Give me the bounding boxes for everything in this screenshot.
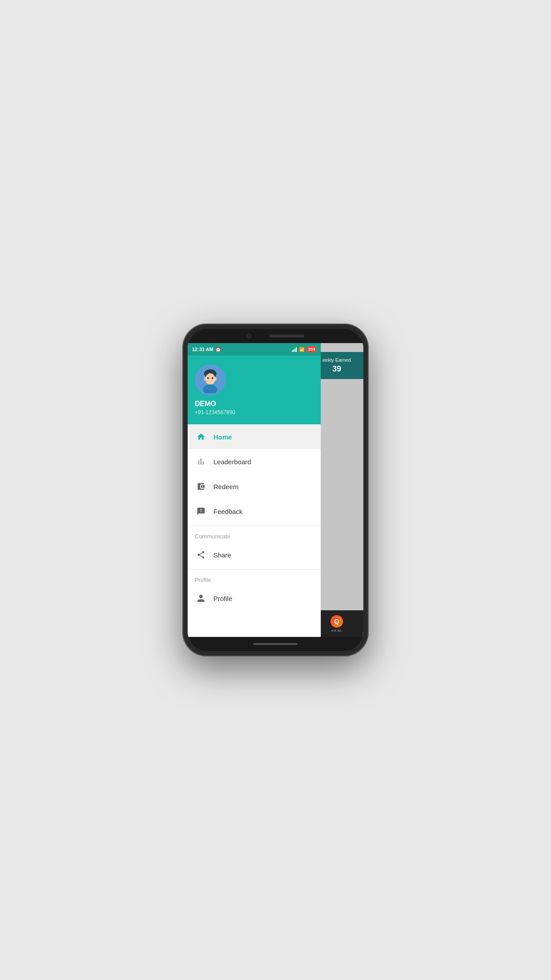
signal-bar-4 <box>296 347 297 352</box>
svg-point-5 <box>214 377 216 381</box>
signal-bar-3 <box>295 348 295 352</box>
avatar-svg <box>197 367 224 393</box>
home-indicator <box>253 643 298 645</box>
status-time: 12:31 AM ⏰ <box>192 347 221 352</box>
phone-screen-container: eekly Earned 39 Q est ad. 12:31 AM ⏰ <box>188 329 363 651</box>
divider-2 <box>188 569 321 569</box>
signal-bars <box>292 347 297 352</box>
feedback-label: Feedback <box>213 508 243 515</box>
redeem-label: Redeem <box>213 483 239 490</box>
profile-label: Profile <box>213 595 232 602</box>
menu-item-home[interactable]: Home <box>188 424 321 449</box>
status-bar: 12:31 AM ⏰ 📶 20 <box>188 343 321 356</box>
ad-text: est ad. <box>331 628 342 632</box>
svg-point-4 <box>204 377 207 381</box>
status-icons: 📶 20 <box>292 346 316 352</box>
menu-item-feedback[interactable]: Feedback <box>188 499 321 524</box>
menu-item-redeem[interactable]: Redeem <box>188 474 321 499</box>
phone-device: eekly Earned 39 Q est ad. 12:31 AM ⏰ <box>182 324 369 656</box>
svg-point-7 <box>212 377 213 379</box>
menu-item-share[interactable]: Share <box>188 542 321 567</box>
profile-icon <box>195 592 207 605</box>
wifi-icon: 📶 <box>299 347 304 352</box>
menu-item-profile[interactable]: Profile <box>188 586 321 611</box>
profile-section-label: Profile <box>188 571 321 586</box>
navigation-drawer: 12:31 AM ⏰ 📶 20 <box>188 343 321 637</box>
user-name: DEMO <box>195 400 314 408</box>
divider-1 <box>188 526 321 526</box>
menu-section: Home Leaderboard <box>188 424 321 637</box>
share-icon <box>195 549 207 561</box>
profile-header: DEMO +91-1234567890 <box>188 356 321 424</box>
battery-level: 20 <box>308 347 313 352</box>
battery-indicator: 20 <box>307 346 316 352</box>
avatar <box>195 364 226 395</box>
communicate-section-label: Communicate <box>188 528 321 542</box>
time-display: 12:31 AM <box>192 347 213 352</box>
svg-point-2 <box>205 373 215 385</box>
feedback-icon <box>195 505 207 518</box>
svg-point-6 <box>207 377 209 379</box>
home-label: Home <box>213 433 232 441</box>
ad-icon: Q <box>331 615 343 628</box>
leaderboard-label: Leaderboard <box>213 458 251 466</box>
screen-content: eekly Earned 39 Q est ad. 12:31 AM ⏰ <box>188 343 363 637</box>
front-camera <box>247 334 251 338</box>
phone-bottom-bar <box>188 637 363 651</box>
alarm-icon: ⏰ <box>215 347 221 352</box>
signal-bar-2 <box>293 349 294 352</box>
share-label: Share <box>213 551 231 559</box>
phone-speaker <box>269 335 304 337</box>
battery-tip <box>314 348 315 351</box>
user-phone: +91-1234567890 <box>195 409 314 415</box>
menu-item-leaderboard[interactable]: Leaderboard <box>188 449 321 474</box>
signal-bar-1 <box>292 350 293 352</box>
phone-notch <box>188 329 363 343</box>
leaderboard-icon <box>195 455 207 468</box>
home-icon <box>195 431 207 443</box>
redeem-icon <box>195 480 207 493</box>
